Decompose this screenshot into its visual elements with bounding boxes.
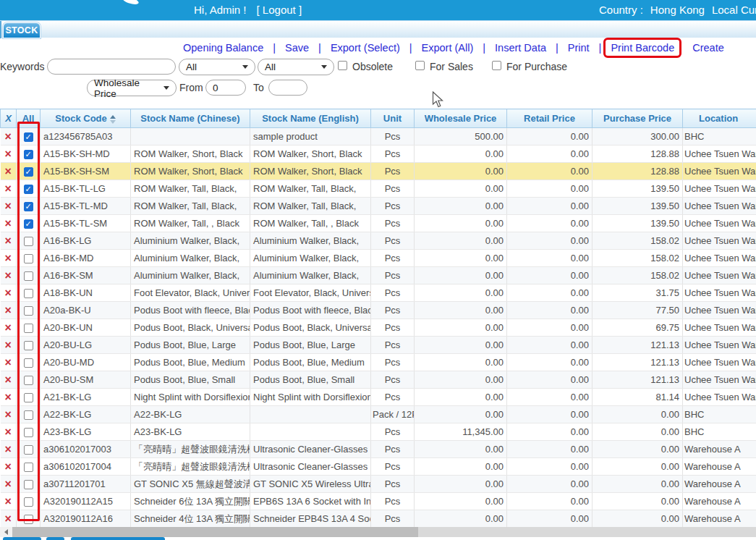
unit-cell: Pcs: [371, 319, 415, 337]
tab-stock[interactable]: STOCK: [3, 22, 41, 38]
location-cell: Warehouse A: [683, 458, 756, 476]
delete-row-icon[interactable]: ×: [5, 252, 12, 264]
opening-balance-link[interactable]: Opening Balance: [183, 42, 263, 54]
delete-row-icon[interactable]: ×: [5, 356, 12, 368]
row-checkbox[interactable]: [24, 185, 33, 194]
delete-row-icon[interactable]: ×: [5, 269, 12, 282]
stock-code-header[interactable]: Stock Code: [41, 109, 131, 128]
row-checkbox[interactable]: [24, 289, 33, 298]
row-checkbox[interactable]: [24, 167, 33, 177]
delete-row-icon[interactable]: ×: [5, 148, 12, 160]
row-checkbox[interactable]: [24, 410, 33, 420]
row-checkbox[interactable]: [24, 271, 33, 281]
print-barcode-link[interactable]: Print Barcode: [611, 42, 674, 54]
row-checkbox[interactable]: [24, 237, 33, 246]
delete-all-header[interactable]: X: [1, 109, 17, 128]
delete-row-icon[interactable]: ×: [5, 321, 12, 334]
bottom-button-fragment[interactable]: [46, 537, 64, 540]
bottom-button-fragment[interactable]: [71, 537, 165, 540]
obsolete-checkbox[interactable]: [338, 61, 347, 70]
for-sales-label: For Sales: [430, 61, 473, 72]
name-chinese-header[interactable]: Stock Name (Chinese): [131, 109, 250, 128]
logout-link[interactable]: [ Logout ]: [257, 4, 302, 16]
scroll-left-button[interactable]: [0, 527, 12, 537]
delete-cell: ×: [1, 163, 17, 180]
row-checkbox[interactable]: [24, 497, 33, 507]
delete-row-icon[interactable]: ×: [5, 200, 12, 212]
delete-row-icon[interactable]: ×: [5, 426, 12, 438]
category-select-2[interactable]: All: [258, 59, 334, 75]
price-field-select[interactable]: Wholesale Price: [87, 80, 177, 96]
delete-row-icon[interactable]: ×: [5, 235, 12, 247]
save-link[interactable]: Save: [285, 42, 309, 54]
row-checkbox[interactable]: [24, 202, 33, 211]
category-select-1[interactable]: All: [179, 59, 255, 75]
delete-row-icon[interactable]: ×: [5, 217, 12, 229]
delete-row-icon[interactable]: ×: [5, 495, 12, 507]
row-checkbox[interactable]: [24, 306, 33, 316]
row-checkbox[interactable]: [24, 463, 33, 472]
keywords-input[interactable]: [47, 59, 176, 75]
name-english-header[interactable]: Stock Name (English): [250, 109, 371, 128]
checkbox-cell: [17, 267, 41, 284]
delete-row-icon[interactable]: ×: [5, 443, 12, 455]
row-checkbox[interactable]: [24, 515, 33, 524]
row-checkbox[interactable]: [24, 358, 33, 368]
row-checkbox[interactable]: [24, 132, 33, 142]
row-checkbox[interactable]: [24, 445, 33, 455]
wholesale-price-header[interactable]: Wholesale Price: [415, 109, 507, 128]
row-checkbox[interactable]: [24, 480, 33, 489]
delete-row-icon[interactable]: ×: [5, 304, 12, 316]
retail-price-header[interactable]: Retail Price: [507, 109, 593, 128]
wholesale-price-cell: 0.00: [415, 510, 507, 528]
purchase-price-header[interactable]: Purchase Price: [593, 109, 683, 128]
row-checkbox[interactable]: [24, 324, 33, 333]
delete-row-icon[interactable]: ×: [5, 130, 12, 143]
select-all-header[interactable]: All: [17, 109, 41, 128]
delete-row-icon[interactable]: ×: [5, 391, 12, 403]
row-checkbox[interactable]: [24, 341, 33, 350]
delete-cell: ×: [1, 406, 17, 423]
checkbox-cell: [17, 232, 41, 250]
stock-table-body: × a123456785A03 sample product Pcs 500.0…: [1, 128, 756, 528]
for-sales-checkbox[interactable]: [415, 61, 425, 70]
for-purchase-checkbox[interactable]: [492, 61, 501, 70]
tab-strip: STOCK: [0, 20, 756, 38]
sort-icon[interactable]: [110, 115, 116, 124]
retail-price-cell: 0.00: [507, 267, 593, 284]
delete-row-icon[interactable]: ×: [5, 165, 12, 177]
row-checkbox[interactable]: [24, 428, 33, 437]
scrollbar-thumb[interactable]: [12, 527, 418, 537]
row-checkbox[interactable]: [24, 393, 33, 402]
create-link[interactable]: Create: [692, 42, 724, 54]
unit-header[interactable]: Unit: [371, 109, 415, 128]
row-checkbox[interactable]: [24, 219, 33, 229]
price-to-input[interactable]: [268, 80, 307, 96]
bottom-button-fragment[interactable]: [3, 537, 41, 540]
print-link[interactable]: Print: [568, 42, 590, 54]
insert-data-link[interactable]: Insert Data: [495, 42, 546, 54]
delete-row-icon[interactable]: ×: [5, 460, 12, 473]
row-checkbox[interactable]: [24, 376, 33, 385]
location-header[interactable]: Location: [683, 109, 756, 128]
delete-row-icon[interactable]: ×: [5, 478, 12, 490]
price-from-input[interactable]: 0: [205, 80, 246, 96]
delete-row-icon[interactable]: ×: [5, 374, 12, 386]
name-chinese-cell: Schneider 4位 13A 獨立開關: [131, 510, 250, 528]
delete-row-icon[interactable]: ×: [5, 339, 12, 351]
delete-row-icon[interactable]: ×: [5, 512, 12, 525]
export-select-link[interactable]: Export (Select): [331, 42, 400, 54]
export-all-link[interactable]: Export (All): [422, 42, 474, 54]
delete-row-icon[interactable]: ×: [5, 408, 12, 421]
delete-row-icon[interactable]: ×: [5, 287, 12, 299]
row-checkbox[interactable]: [24, 254, 33, 263]
row-checkbox[interactable]: [24, 150, 33, 159]
name-english-cell: Podus Boot, Black, Universal: [250, 319, 371, 337]
delete-row-icon[interactable]: ×: [5, 182, 12, 195]
unit-cell: Pcs: [371, 232, 415, 250]
chevron-down-icon: [163, 86, 169, 90]
retail-price-cell: 0.00: [507, 493, 593, 510]
unit-cell: Pcs: [371, 215, 415, 232]
name-chinese-cell: 「亮晴晴」超聲波眼鏡清洗機: [131, 441, 250, 458]
wholesale-price-cell: 0.00: [415, 476, 507, 493]
